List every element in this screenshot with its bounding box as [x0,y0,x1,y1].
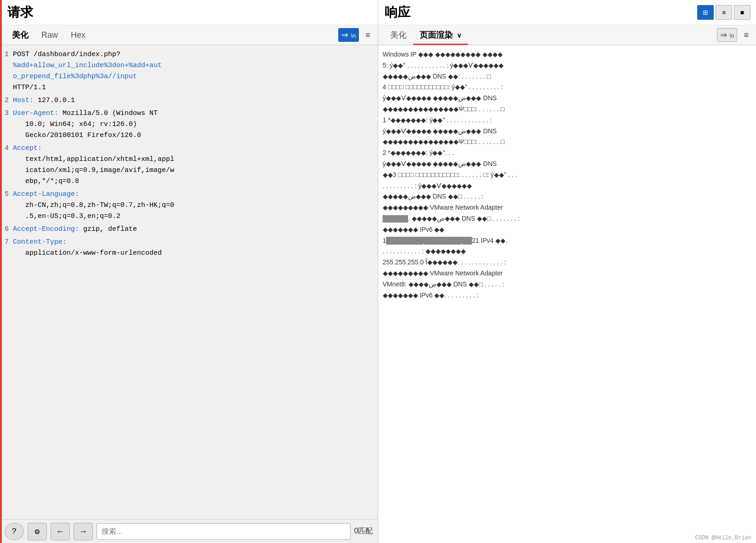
help-icon: ? [12,527,17,536]
dark-view-btn[interactable]: ■ [734,5,750,20]
response-line-23: ◆◆◆◆◆◆◆ IPv6 ◆◆. . . . . . . . . : [383,290,752,301]
accept-lang-label: Accept-Language: [13,190,79,198]
accept-label: Accept: [13,144,42,152]
line-content-3: User-Agent: Mozilla/5.0 (Windows NT 10.0… [13,108,373,141]
line-num-6: 6 [5,224,13,235]
dark-icon: ■ [740,9,744,16]
line-content-2: Host: 127.0.0.1 [13,95,373,106]
line-num-7: 7 [5,237,13,248]
wrap-label-left: \n [351,32,356,39]
tab-render-right[interactable]: 页面渲染 ∨ [413,26,468,44]
forward-icon: → [81,527,86,536]
code-line-4: 4 Accept: text/html,application/xhtml+xm… [5,143,373,187]
tab-hex-left[interactable]: Hex [64,27,92,44]
line-num-4: 4 [5,143,13,154]
response-line-6: ◆◆◆◆◆◆◆◆◆◆◆◆◆◆◆Ψ□□□: . . . . . . □ [383,104,752,115]
newline-btn-left[interactable]: ≡ [362,29,374,42]
content-type-label: Content-Type: [13,238,67,246]
split-icon: ⊞ [703,9,708,16]
response-line-3: ◆◆◆◆◆ض◆◆◆ DNS ◆◆: . . . . . . . □ [383,71,752,82]
wrap-toggle-btn-left[interactable]: ⇒ \n [338,28,359,42]
left-content-area: 1 POST /dashboard/index.php? %add+allow_… [0,46,378,519]
line-content-4: Accept: text/html,application/xhtml+xml,… [13,143,373,187]
split-view-btn[interactable]: ⊞ [697,5,714,20]
response-line-1: Windows IP ◆◆◆ ◆◆◆◆◆◆◆◆◆ ◆◆◆◆ [383,49,752,60]
response-line-19: . . . . . . . . . . . : ◆◆◆◆◆◆◆◆ [383,246,752,257]
tab-beautify-left[interactable]: 美化 [6,26,35,44]
code-line-1: 1 POST /dashboard/index.php? %add+allow_… [5,49,373,93]
line-content-5: Accept-Language: zh-CN,zh;q=0.8,zh-TW;q=… [13,189,373,222]
response-line-7: 1 *◆◆◆◆◆◆◆: ý◆◆" . . . . . . . . . . . .… [383,115,752,126]
left-tab-bar: 美化 Raw Hex ⇒ \n ≡ [0,25,378,46]
search-input[interactable] [97,523,351,540]
match-count: 0匹配 [354,526,373,536]
line-num-3: 3 [5,108,13,119]
response-line-14: ◆◆◆◆◆ض◆◆◆ DNS ◆◆□ . . . . . : [383,191,752,202]
code-line-7: 7 Content-Type: application/x-www-form-u… [5,237,373,259]
response-line-22: VMnet8: ◆◆◆◆ض◆◆◆ DNS ◆◆□ . . . . . : [383,279,752,290]
code-line-5: 5 Accept-Language: zh-CN,zh;q=0.8,zh-TW;… [5,189,373,222]
line-num-1: 1 [5,49,13,60]
wrap-icon-left: ⇒ [341,30,348,40]
response-line-18: 1████████.████████.██21 IPv4 ◆◆. [383,235,752,246]
right-panel: 响应 ⊞ ≡ ■ 美化 页面渲染 ∨ ⇒ \n [378,0,756,543]
response-line-5: ý◆◆◆Ѵ◆◆◆◆◆ ◆◆◆◆◆ض◆◆◆ DNS [383,93,752,104]
response-line-15: ◆◆◆◆◆◆◆◆◆ VMware Network Adapter [383,202,752,213]
response-line-12: ◆◆3 □□□□ □□□□□□□□□□□: . . . . . . □: ý◆◆… [383,170,752,181]
settings-button[interactable]: ⚙ [28,523,47,540]
response-line-10: 2 *◆◆◆◆◆◆◆: ý◆◆". . . [383,148,752,159]
code-line-3: 3 User-Agent: Mozilla/5.0 (Windows NT 10… [5,108,373,141]
response-line-11: ý◆◆◆Ѵ◆◆◆◆◆ ◆◆◆◆◆ض◆◆◆ DNS [383,159,752,170]
response-line-17: ◆◆◆◆◆◆◆ IPv6 ◆◆ [383,224,752,235]
line-num-2: 2 [5,95,13,106]
wrap-icon-right: ⇒ [720,30,727,40]
code-line-2: 2 Host: 127.0.0.1 [5,95,373,106]
code-line-6: 6 Accept-Encoding: gzip, deflate [5,224,373,235]
response-line-8: ý◆◆◆Ѵ◆◆◆◆◆ ◆◆◆◆◆ض◆◆◆ DNS [383,126,752,137]
response-line-21: ◆◆◆◆◆◆◆◆◆ VMware Network Adapter [383,268,752,279]
back-button[interactable]: ← [51,523,70,540]
response-line-16: ██████. ◆◆◆◆◆ض◆◆◆ DNS ◆◆□ . . . . . . . … [383,213,752,224]
line-num-5: 5 [5,189,13,200]
right-title-bar: 响应 ⊞ ≡ ■ [378,0,756,25]
accept-enc-label: Accept-Encoding: [13,225,83,233]
right-panel-title: 响应 [385,4,410,21]
response-line-4: 4 □□□□ □□□□□□□□□□□: ý◆◆" . . . . . . . .… [383,82,752,93]
response-line-2: 5: ý◆◆" . . . . . . . . . . . : ý◆◆◆Ѵ◆◆◆… [383,60,752,71]
back-icon: ← [58,527,63,536]
left-panel: 请求 美化 Raw Hex ⇒ \n ≡ 1 POST /dashboard/i… [0,0,378,543]
response-line-9: ◆◆◆◆◆◆◆◆◆◆◆◆◆◆◆Ψ□□□: . . . . . . □ [383,137,752,148]
line-content-1: POST /dashboard/index.php? %add+allow_ur… [13,49,373,93]
lines-icon: ≡ [722,9,726,16]
wrap-toggle-btn-right[interactable]: ⇒ \n [717,28,737,42]
lines-view-btn[interactable]: ≡ [716,5,732,20]
url-params: %add+allow_url_include%3don+%add+auto_pr… [13,62,162,80]
host-label: Host: [13,97,38,104]
left-bottom-toolbar: ? ⚙ ← → 0匹配 [0,519,378,543]
settings-icon: ⚙ [35,526,40,537]
right-title-icons: ⊞ ≡ ■ [697,5,750,20]
useragent-label: User-Agent: [13,109,63,117]
response-line-13: . . . . . . . . . : ý◆◆◆Ѵ◆◆◆◆◆◆ [383,181,752,192]
help-button[interactable]: ? [5,523,24,540]
line-content-7: Content-Type: application/x-www-form-url… [13,237,373,259]
watermark: CSDN @Hello_Brian [695,535,751,541]
right-tab-icons: ⇒ \n ≡ [717,28,752,42]
left-accent-bar [0,0,2,543]
dropdown-arrow: ∨ [457,32,461,39]
line-content-6: Accept-Encoding: gzip, deflate [13,224,373,235]
left-panel-title: 请求 [7,4,33,21]
wrap-label-right: \n [729,33,734,39]
forward-button[interactable]: → [74,523,93,540]
right-content-area: Windows IP ◆◆◆ ◆◆◆◆◆◆◆◆◆ ◆◆◆◆ 5: ý◆◆" . … [378,46,756,543]
tab-raw-left[interactable]: Raw [35,27,64,44]
menu-btn-right[interactable]: ≡ [740,29,752,42]
response-line-20: 255.255.255.0 Ĭ◆◆◆◆◆◆. . . . . . . . . .… [383,257,752,268]
tab-beautify-right[interactable]: 美化 [384,26,413,44]
left-title-bar: 请求 [0,0,378,25]
right-tab-bar: 美化 页面渲染 ∨ ⇒ \n ≡ [378,25,756,46]
